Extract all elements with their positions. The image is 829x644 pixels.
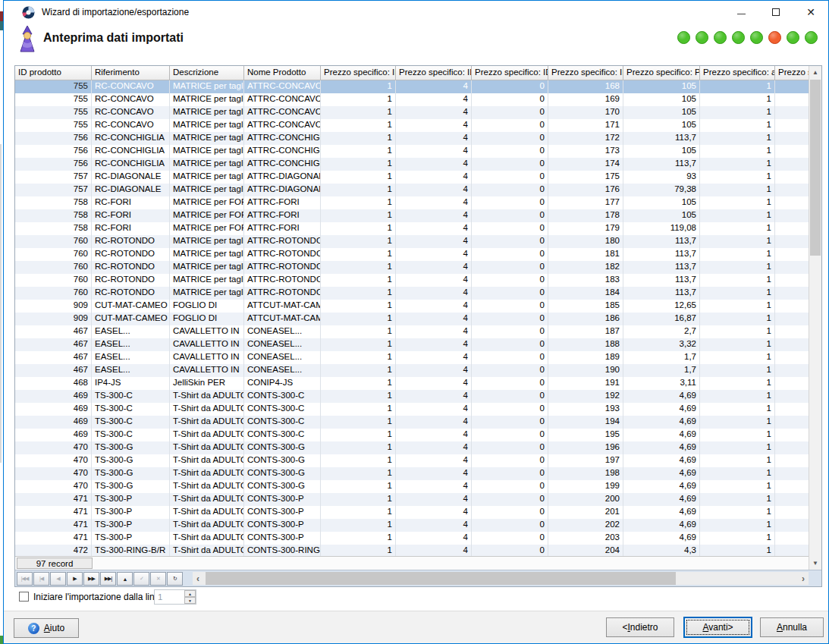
grid-cell[interactable]: 755 [15,93,92,106]
grid-cell[interactable]: RC-DIAGONALE [92,171,170,184]
grid-cell[interactable]: 0 [472,480,548,493]
grid-cell[interactable] [775,119,809,132]
grid-cell[interactable]: 468 [15,377,92,390]
table-row[interactable]: 760RC-ROTONDOMATRICE per taglioATTRC-ROT… [15,274,809,287]
grid-cell[interactable]: 0 [472,158,548,171]
table-row[interactable]: 757RC-DIAGONALEMATRICE per taglioATTRC-D… [15,171,809,184]
grid-cell[interactable]: 181 [548,248,623,261]
grid-cell[interactable]: T-Shirt da ADULTO [170,519,244,532]
table-row[interactable]: 758RC-FORIMATRICE per FORIATTRC-FORI1401… [15,196,809,209]
grid-cell[interactable]: 169 [548,93,623,106]
grid-cell[interactable]: 1 [321,519,396,532]
grid-cell[interactable]: CONTS-300-G [244,454,321,467]
grid-cell[interactable]: CONTS-300-C [244,403,321,416]
grid-cell[interactable]: MATRICE per taglio [170,274,244,287]
grid-cell[interactable]: 0 [472,184,548,196]
grid-cell[interactable]: RC-ROTONDO [92,248,170,261]
grid-cell[interactable]: TS-300-P [92,519,170,532]
grid-cell[interactable]: 113,7 [623,261,700,274]
spinner-up-icon[interactable]: ▲ [184,590,196,597]
grid-cell[interactable]: 1 [321,506,396,519]
table-row[interactable]: 471TS-300-PT-Shirt da ADULTOCONTS-300-P1… [15,493,809,506]
table-row[interactable]: 467EASEL...CAVALLETTO INCONEASEL...14019… [15,364,809,377]
table-row[interactable]: 760RC-ROTONDOMATRICE per taglioATTRC-ROT… [15,287,809,300]
grid-cell[interactable] [775,158,809,171]
grid-cell[interactable]: 0 [472,390,548,403]
grid-cell[interactable]: 0 [472,454,548,467]
grid-cell[interactable]: 191 [548,377,623,390]
grid-cell[interactable]: ATTRC-CONCAVO [244,106,321,119]
grid-cell[interactable]: 1 [700,119,775,132]
grid-cell[interactable]: ATTRC-DIAGONALE [244,171,321,184]
grid-cell[interactable]: ATTRC-ROTONDO [244,261,321,274]
grid-cell[interactable]: 1 [700,106,775,119]
table-row[interactable]: 755RC-CONCAVOMATRICE per taglioATTRC-CON… [15,93,809,106]
grid-cell[interactable]: 4 [396,235,472,248]
grid-cell[interactable] [775,196,809,209]
grid-cell[interactable]: 1 [700,545,775,556]
start-line-spinner[interactable]: 1 ▲ ▼ [154,589,196,605]
navigator-last-button[interactable]: ▶▶| [100,572,116,586]
grid-cell[interactable]: 4 [396,454,472,467]
grid-cell[interactable]: T-Shirt da ADULTO [170,403,244,416]
grid-cell[interactable] [775,106,809,119]
grid-cell[interactable]: 4 [396,493,472,506]
grid-cell[interactable] [775,274,809,287]
grid-cell[interactable]: 0 [472,235,548,248]
grid-cell[interactable]: MATRICE per FORI [170,209,244,222]
navigator-first-button[interactable]: |◀◀ [17,572,33,586]
grid-cell[interactable]: 202 [548,519,623,532]
grid-cell[interactable]: ATTRC-ROTONDO [244,287,321,300]
cancel-button[interactable]: Annulla [760,617,824,637]
grid-cell[interactable]: 0 [472,119,548,132]
grid-cell[interactable]: 203 [548,532,623,545]
grid-cell[interactable]: 170 [548,106,623,119]
grid-cell[interactable]: 4 [396,119,472,132]
grid-cell[interactable]: 105 [623,80,700,93]
grid-cell[interactable]: 185 [548,300,623,313]
grid-cell[interactable]: 195 [548,429,623,441]
grid-cell[interactable]: 200 [548,493,623,506]
table-row[interactable]: 468IP4-JSJelliSkin PERCONIP4-JS1401913,1… [15,377,809,390]
grid-cell[interactable]: ATTRC-CONCAVO [244,80,321,93]
grid-cell[interactable]: 1 [321,93,396,106]
grid-cell[interactable]: 4 [396,80,472,93]
grid-cell[interactable]: 1 [321,196,396,209]
grid-cell[interactable]: MATRICE per taglio [170,235,244,248]
grid-cell[interactable]: 470 [15,480,92,493]
grid-cell[interactable]: 1 [321,545,396,556]
grid-cell[interactable]: 4 [396,403,472,416]
grid-cell[interactable]: 0 [472,313,548,325]
grid-cell[interactable]: 173 [548,145,623,158]
grid-cell[interactable]: T-Shirt da ADULTO [170,454,244,467]
grid-cell[interactable]: TS-300-P [92,493,170,506]
grid-cell[interactable]: 1 [700,519,775,532]
vertical-scrollbar[interactable]: ▲ ▼ [809,66,821,570]
grid-cell[interactable]: CAVALLETTO IN [170,351,244,364]
grid-cell[interactable] [775,364,809,377]
grid-cell[interactable]: 4 [396,209,472,222]
grid-cell[interactable]: RC-ROTONDO [92,287,170,300]
grid-cell[interactable]: ATTRC-FORI [244,196,321,209]
grid-cell[interactable]: 758 [15,222,92,235]
grid-cell[interactable]: 186 [548,313,623,325]
table-row[interactable]: 470TS-300-GT-Shirt da ADULTOCONTS-300-G1… [15,441,809,454]
grid-cell[interactable]: 1 [321,300,396,313]
grid-cell[interactable]: 113,7 [623,274,700,287]
grid-cell[interactable]: 4 [396,429,472,441]
grid-cell[interactable]: 1,7 [623,351,700,364]
table-row[interactable]: 909CUT-MAT-CAMEOFOGLIO DIATTCUT-MAT-CAME… [15,300,809,313]
grid-cell[interactable]: 0 [472,519,548,532]
grid-cell[interactable]: 1 [321,119,396,132]
grid-cell[interactable]: 4 [396,196,472,209]
grid-cell[interactable]: 4,69 [623,480,700,493]
grid-cell[interactable]: 3,11 [623,377,700,390]
grid-cell[interactable]: 1 [700,222,775,235]
grid-cell[interactable]: TS-300-C [92,416,170,429]
grid-cell[interactable]: 0 [472,403,548,416]
grid-cell[interactable] [775,351,809,364]
grid-cell[interactable]: 4 [396,145,472,158]
grid-cell[interactable] [775,441,809,454]
grid-cell[interactable]: ATTRC-CONCHIGLIA [244,132,321,145]
grid-cell[interactable]: 4 [396,519,472,532]
